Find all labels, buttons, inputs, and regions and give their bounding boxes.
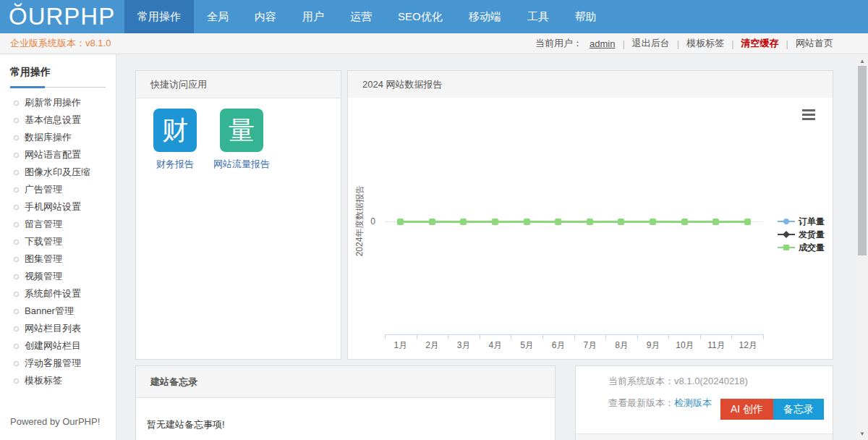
sidebar-item-label: 网站语言配置: [25, 148, 81, 161]
nav-item[interactable]: 移动端: [456, 0, 514, 33]
nav-item[interactable]: 常用操作: [124, 0, 194, 33]
sidebar-item[interactable]: 图像水印及压缩: [0, 164, 116, 181]
vertical-scrollbar[interactable]: ▲ ▼: [856, 54, 868, 440]
series-point-marker[interactable]: [744, 219, 751, 225]
nav-item[interactable]: 内容: [242, 0, 289, 33]
x-axis-label: 1月: [385, 339, 417, 352]
status-link[interactable]: 退出后台: [632, 37, 670, 50]
sidebar-item[interactable]: 视频管理: [0, 268, 116, 285]
x-axis-tick: [385, 334, 386, 339]
ourphp-logo: ŎURPHP: [0, 0, 124, 33]
series-point-marker[interactable]: [650, 219, 656, 225]
legend-item[interactable]: 订单量: [778, 215, 825, 228]
sidebar-item[interactable]: 刷新常用操作: [0, 94, 116, 111]
sidebar-item-label: 基本信息设置: [25, 114, 81, 127]
series-point-marker[interactable]: [681, 219, 688, 225]
scrollbar-up-arrow-icon[interactable]: ▲: [856, 56, 868, 66]
report-panel-header: 2024 网站数据报告: [348, 71, 833, 98]
app-tile-label[interactable]: 网站流量报告: [213, 158, 270, 171]
sidebar-item[interactable]: 网站语言配置: [0, 146, 116, 164]
nav-item[interactable]: 帮助: [562, 0, 610, 33]
bullet-circle-icon: [14, 153, 19, 158]
status-link[interactable]: 清空缓存: [741, 37, 779, 50]
x-axis-label: 8月: [606, 339, 638, 352]
sidebar-item[interactable]: 图集管理: [0, 250, 116, 268]
sidebar-item[interactable]: 基本信息设置: [0, 111, 116, 129]
main-menu: 常用操作全局内容用户运营SEO优化移动端工具帮助: [124, 0, 610, 33]
chart-legend: 订单量发货量成交量: [778, 215, 825, 254]
series-point-marker[interactable]: [587, 219, 593, 225]
system-action-button[interactable]: 备忘录: [773, 399, 824, 420]
legend-marker-icon: [778, 243, 795, 252]
sidebar-item[interactable]: 浮动客服管理: [0, 355, 116, 372]
sidebar-item[interactable]: 模板标签: [0, 372, 116, 389]
memo-empty-text: 暂无建站备忘事项!: [136, 398, 555, 431]
current-user-label: 当前用户：: [535, 37, 582, 50]
separator: |: [622, 38, 624, 49]
x-axis-label: 11月: [701, 339, 733, 352]
scrollbar-thumb[interactable]: [858, 66, 867, 255]
quick-access-panel: 快捷访问应用 财财务报告量网站流量报告: [135, 70, 341, 360]
x-axis-label: 6月: [542, 339, 574, 352]
sidebar-item[interactable]: 创建网站栏目: [0, 337, 116, 355]
legend-item[interactable]: 成交量: [778, 241, 825, 254]
sidebar-item[interactable]: 广告管理: [0, 181, 116, 198]
sidebar-item-label: Banner管理: [25, 305, 74, 318]
series-point-marker[interactable]: [618, 219, 624, 225]
legend-item[interactable]: 发货量: [778, 228, 825, 241]
x-axis-tick: [511, 334, 511, 339]
series-point-marker[interactable]: [460, 219, 467, 225]
latest-version-label: 查看最新版本：: [608, 397, 674, 408]
quick-access-tiles: 财财务报告量网站流量报告: [136, 98, 341, 171]
nav-item[interactable]: 全局: [194, 0, 242, 33]
app-tile-label[interactable]: 财务报告: [156, 158, 194, 171]
sidebar-item[interactable]: 数据库操作: [0, 129, 116, 146]
series-point-marker[interactable]: [429, 219, 435, 225]
sidebar-item-label: 模板标签: [25, 374, 62, 387]
x-axis-tick: [637, 334, 638, 339]
chart-x-axis-ticks: [385, 334, 764, 339]
x-axis-label: 12月: [732, 339, 764, 352]
app-tile-icon[interactable]: 财: [153, 109, 197, 152]
chart-export-menu-icon[interactable]: [802, 109, 815, 120]
check-version-link[interactable]: 检测版本: [674, 397, 712, 408]
series-point-marker[interactable]: [492, 219, 498, 225]
x-axis-label: 4月: [480, 339, 511, 352]
bullet-circle-icon: [14, 222, 19, 227]
current-version-value: v8.1.0(20240218): [674, 376, 748, 386]
legend-label: 订单量: [799, 216, 825, 228]
current-version-label: 当前系统版本：: [608, 376, 674, 386]
sidebar-item[interactable]: Banner管理: [0, 302, 116, 320]
sidebar-item[interactable]: 系统邮件设置: [0, 285, 116, 302]
sidebar-item[interactable]: 留言管理: [0, 216, 116, 233]
bullet-circle-icon: [14, 205, 19, 210]
current-user-link[interactable]: admin: [590, 38, 615, 49]
series-point-marker[interactable]: [555, 219, 561, 225]
scrollbar-down-arrow-icon[interactable]: ▼: [856, 428, 868, 439]
sidebar-item[interactable]: 下载管理: [0, 233, 116, 250]
nav-item[interactable]: 工具: [514, 0, 562, 33]
system-action-button[interactable]: AI 创作: [720, 399, 773, 420]
sidebar-item-label: 广告管理: [25, 183, 62, 196]
series-point-marker[interactable]: [524, 219, 530, 225]
series-point-marker[interactable]: [712, 219, 719, 225]
app-tile-icon[interactable]: 量: [220, 109, 263, 152]
bullet-circle-icon: [14, 326, 19, 331]
sidebar-item-label: 图像水印及压缩: [25, 166, 90, 179]
nav-item[interactable]: 用户: [289, 0, 337, 33]
series-point-marker[interactable]: [397, 219, 404, 225]
sidebar-item[interactable]: 网站栏目列表: [0, 320, 116, 337]
sidebar-item-label: 视频管理: [25, 270, 62, 283]
nav-item[interactable]: SEO优化: [385, 0, 456, 33]
status-link[interactable]: 模板标签: [686, 37, 724, 50]
nav-item[interactable]: 运营: [337, 0, 385, 33]
x-axis-label: 10月: [669, 339, 701, 352]
quick-app-tile[interactable]: 量网站流量报告: [214, 109, 269, 171]
sidebar-item[interactable]: 手机网站设置: [0, 198, 116, 216]
separator: |: [677, 38, 679, 49]
next-section-header: [576, 433, 833, 440]
x-axis-tick: [731, 334, 732, 339]
quick-app-tile[interactable]: 财财务报告: [148, 109, 203, 171]
x-axis-label: 2月: [417, 339, 448, 352]
status-link[interactable]: 网站首页: [796, 37, 833, 50]
